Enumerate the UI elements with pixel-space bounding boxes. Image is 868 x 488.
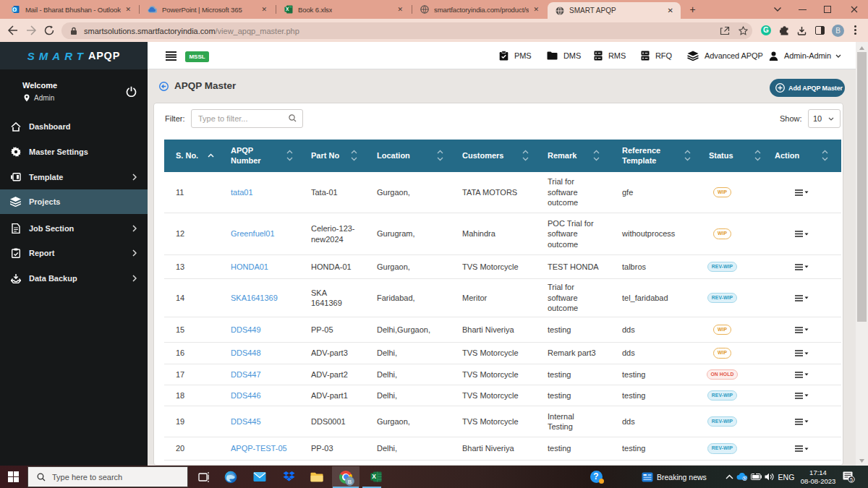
svg-text:5: 5 [849, 476, 852, 482]
svg-text:X: X [372, 473, 376, 480]
